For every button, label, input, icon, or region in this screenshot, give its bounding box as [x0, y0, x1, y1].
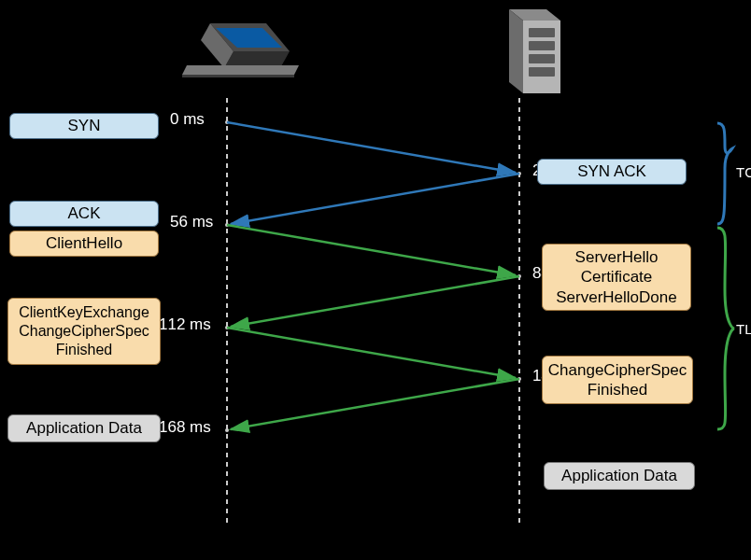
arrow-syn: [227, 122, 516, 173]
box-server-appdata: Application Data: [544, 462, 695, 490]
svg-rect-11: [529, 28, 555, 37]
time-56: 56 ms: [170, 213, 213, 231]
box-serverhello: ServerHello Certificate ServerHelloDone: [542, 244, 691, 311]
time-168: 168 ms: [159, 418, 211, 437]
box-clientkey: ClientKeyExchange ChangeCipherSpec Finis…: [7, 298, 161, 365]
brace-tcp: [717, 123, 732, 224]
svg-marker-9: [509, 9, 523, 93]
svg-point-21: [225, 428, 229, 432]
brace-label-tcp: TCP: [736, 164, 751, 180]
brace-tls: [717, 228, 734, 429]
svg-rect-14: [529, 67, 555, 77]
box-syn: SYN: [9, 113, 159, 139]
arrow-clienthello: [227, 225, 516, 275]
time-112: 112 ms: [159, 315, 211, 334]
svg-marker-7: [182, 75, 294, 77]
brace-label-tls: TLS: [736, 321, 751, 337]
arrow-synack: [231, 174, 519, 224]
box-clienthello: ClientHello: [9, 231, 159, 257]
box-synack: SYN ACK: [537, 159, 687, 185]
arrow-serverhello: [231, 276, 519, 327]
svg-rect-13: [529, 54, 555, 63]
time-0: 0 ms: [170, 110, 205, 129]
svg-rect-12: [529, 41, 555, 50]
box-client-appdata: Application Data: [7, 414, 161, 442]
box-ack: ACK: [9, 201, 159, 227]
box-server-ccs: ChangeCipherSpec Finished: [542, 356, 693, 404]
arrow-clientkeyex: [227, 328, 516, 378]
server-icon: [509, 9, 560, 93]
svg-marker-6: [182, 65, 299, 75]
arrow-changecipher: [231, 379, 519, 429]
laptop-icon: [182, 23, 299, 77]
